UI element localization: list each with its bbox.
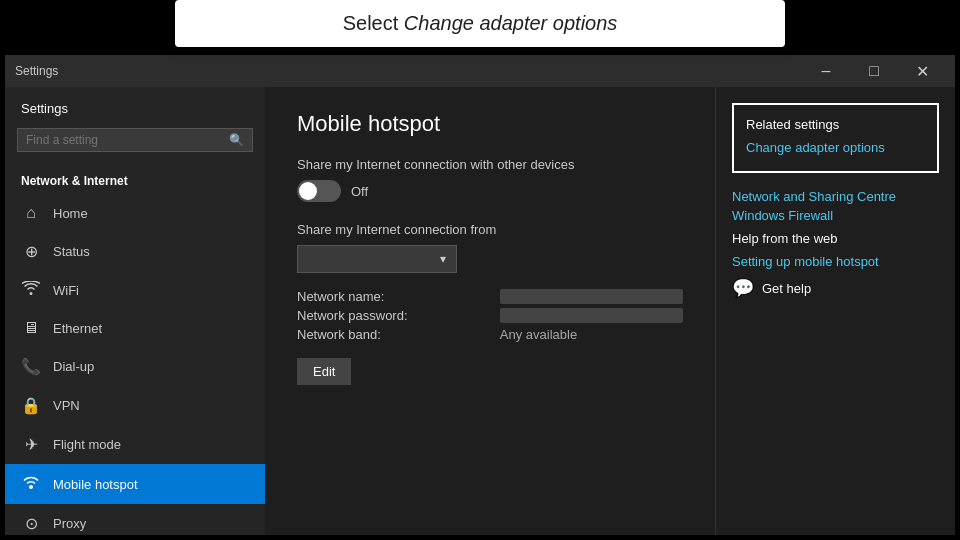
right-panel: Related settings Change adapter options … <box>715 87 955 535</box>
sidebar-item-status[interactable]: ⊕ Status <box>5 232 265 271</box>
sidebar-item-label: WiFi <box>53 283 79 298</box>
window-title: Settings <box>15 64 58 78</box>
title-bar-controls: – □ ✕ <box>803 55 945 87</box>
tooltip-highlighted: Change adapter options <box>404 12 618 34</box>
related-settings-box: Related settings Change adapter options <box>732 103 939 173</box>
sidebar-item-label: Flight mode <box>53 437 121 452</box>
svg-point-0 <box>29 485 33 489</box>
related-settings-title: Related settings <box>746 117 925 132</box>
help-title: Help from the web <box>732 231 939 246</box>
get-help-row: 💬 Get help <box>732 277 939 299</box>
network-sharing-link[interactable]: Network and Sharing Centre <box>732 189 939 204</box>
maximize-button[interactable]: □ <box>851 55 897 87</box>
from-label: Share my Internet connection from <box>297 222 683 237</box>
sidebar-section-label: Network & Internet <box>5 164 265 194</box>
sidebar-item-wifi[interactable]: WiFi <box>5 271 265 309</box>
windows-firewall-link[interactable]: Windows Firewall <box>732 208 939 223</box>
sidebar-item-label: VPN <box>53 398 80 413</box>
content-area: Settings 🔍 Network & Internet ⌂ Home ⊕ S… <box>5 87 955 535</box>
search-box[interactable]: 🔍 <box>17 128 253 152</box>
network-name-value <box>500 289 683 304</box>
change-adapter-link[interactable]: Change adapter options <box>746 140 925 155</box>
connection-dropdown[interactable]: ▾ <box>297 245 457 273</box>
sidebar-item-ethernet[interactable]: 🖥 Ethernet <box>5 309 265 347</box>
sidebar-item-flightmode[interactable]: ✈ Flight mode <box>5 425 265 464</box>
wifi-icon <box>21 281 41 299</box>
vpn-icon: 🔒 <box>21 396 41 415</box>
sidebar: Settings 🔍 Network & Internet ⌂ Home ⊕ S… <box>5 87 265 535</box>
from-section: Share my Internet connection from ▾ <box>297 222 683 273</box>
tooltip-prefix: Select <box>343 12 404 34</box>
close-button[interactable]: ✕ <box>899 55 945 87</box>
toggle-state-label: Off <box>351 184 368 199</box>
dialup-icon: 📞 <box>21 357 41 376</box>
title-bar: Settings – □ ✕ <box>5 55 955 87</box>
flightmode-icon: ✈ <box>21 435 41 454</box>
minimize-button[interactable]: – <box>803 55 849 87</box>
home-icon: ⌂ <box>21 204 41 222</box>
sidebar-title: Settings <box>5 87 265 124</box>
sidebar-item-home[interactable]: ⌂ Home <box>5 194 265 232</box>
share-label: Share my Internet connection with other … <box>297 157 683 172</box>
sidebar-item-label: Dial-up <box>53 359 94 374</box>
ethernet-icon: 🖥 <box>21 319 41 337</box>
get-help-icon: 💬 <box>732 277 754 299</box>
sidebar-item-label: Mobile hotspot <box>53 477 138 492</box>
search-icon: 🔍 <box>229 133 244 147</box>
mobilehotspot-icon <box>21 474 41 494</box>
toggle-row: Off <box>297 180 683 202</box>
mobile-hotspot-help-link[interactable]: Setting up mobile hotspot <box>732 254 939 269</box>
sidebar-item-vpn[interactable]: 🔒 VPN <box>5 386 265 425</box>
edit-button[interactable]: Edit <box>297 358 351 385</box>
sidebar-item-mobilehotspot[interactable]: Mobile hotspot <box>5 464 265 504</box>
proxy-icon: ⊙ <box>21 514 41 533</box>
network-password-value <box>500 308 683 323</box>
sidebar-item-proxy[interactable]: ⊙ Proxy <box>5 504 265 535</box>
sidebar-item-label: Proxy <box>53 516 86 531</box>
settings-window: Settings – □ ✕ Settings 🔍 Network & Inte… <box>5 55 955 535</box>
network-password-label: Network password: <box>297 308 484 323</box>
chevron-down-icon: ▾ <box>440 252 446 266</box>
network-band-label: Network band: <box>297 327 484 342</box>
network-band-value: Any available <box>500 327 683 342</box>
sidebar-item-dialup[interactable]: 📞 Dial-up <box>5 347 265 386</box>
main-panel: Mobile hotspot Share my Internet connect… <box>265 87 715 535</box>
share-toggle[interactable] <box>297 180 341 202</box>
page-title: Mobile hotspot <box>297 111 683 137</box>
search-input[interactable] <box>26 133 229 147</box>
get-help-link[interactable]: Get help <box>762 281 811 296</box>
share-section: Share my Internet connection with other … <box>297 157 683 202</box>
status-icon: ⊕ <box>21 242 41 261</box>
network-name-label: Network name: <box>297 289 484 304</box>
network-info: Network name: Network password: Network … <box>297 289 683 342</box>
sidebar-item-label: Home <box>53 206 88 221</box>
sidebar-item-label: Status <box>53 244 90 259</box>
tooltip-banner: Select Change adapter options <box>175 0 785 47</box>
sidebar-item-label: Ethernet <box>53 321 102 336</box>
dropdown-value <box>308 252 341 266</box>
